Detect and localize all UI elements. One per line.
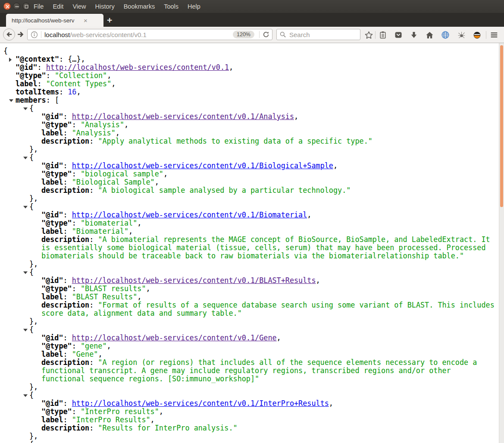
zoom-level-badge[interactable]: 120%	[233, 31, 254, 38]
json-string-value: "Gene"	[72, 350, 98, 358]
json-link[interactable]: http://localhost/web-services/content/v0…	[72, 399, 329, 408]
tab-bar: http://localhost/web-serv × +	[0, 13, 504, 27]
json-member-object: { "@id": http://localhost/web-services/c…	[0, 104, 499, 154]
json-key: "@id"	[16, 63, 38, 72]
json-colon: :	[89, 301, 98, 309]
json-link[interactable]: http://localhost/web-services/content/v0…	[72, 333, 277, 342]
close-icon	[5, 4, 10, 9]
menu-item-bookmarks[interactable]: Bookmarks	[124, 3, 155, 10]
back-button[interactable]	[3, 28, 15, 41]
menubar: FileEditViewHistoryBookmarksToolsHelp	[34, 0, 200, 13]
json-string-value: "BLAST Results"	[72, 292, 138, 301]
json-line: "@id": http://localhost/web-services/con…	[0, 276, 499, 285]
json-link[interactable]: http://localhost/web-services/content/v0…	[72, 112, 294, 121]
search-input[interactable]	[288, 31, 357, 39]
json-link[interactable]: http://localhost/web-services/content/v0…	[46, 63, 229, 72]
collapse-toggle-icon[interactable]	[23, 271, 28, 274]
json-string-value: "biomaterial"	[81, 219, 137, 227]
menu-item-file[interactable]: File	[34, 3, 44, 10]
search-box[interactable]	[276, 29, 360, 40]
json-comma: ,	[111, 79, 116, 88]
minimize-button[interactable]	[13, 3, 20, 10]
close-button[interactable]	[3, 3, 11, 10]
tab-close-icon[interactable]: ×	[84, 17, 88, 24]
maximize-icon	[24, 4, 29, 9]
url-bar[interactable]: localhost/web-services/content/v0.1 120%	[27, 29, 272, 40]
menu-item-view[interactable]: View	[72, 3, 86, 10]
collapse-toggle-icon[interactable]	[23, 107, 28, 110]
home-icon	[425, 31, 434, 40]
json-key: label	[41, 292, 63, 301]
scrollbar[interactable]	[499, 43, 504, 443]
json-line: description: "A biological sample analys…	[0, 186, 499, 195]
collapse-toggle-icon[interactable]	[23, 206, 28, 208]
json-comma: ,	[146, 284, 150, 293]
json-link[interactable]: http://localhost/web-services/content/v0…	[72, 276, 316, 285]
json-line: {	[0, 440, 499, 443]
json-line: label: "Biological Sample",	[0, 178, 499, 186]
json-link[interactable]: http://localhost/web-services/content/v0…	[72, 211, 307, 219]
forward-button[interactable]	[16, 30, 25, 39]
menu-item-tools[interactable]: Tools	[164, 3, 178, 10]
reading-list-button[interactable]	[378, 30, 388, 40]
json-line: description: "A region (or regions) that…	[0, 358, 499, 383]
collapse-toggle-icon[interactable]	[9, 57, 12, 62]
spider-icon	[457, 31, 466, 40]
json-comma: ,	[333, 161, 338, 170]
collapse-toggle-icon[interactable]	[23, 394, 28, 397]
json-key: "@type"	[41, 170, 72, 178]
home-button[interactable]	[424, 30, 435, 40]
json-colon: :	[63, 415, 72, 424]
json-line: {	[0, 47, 499, 55]
json-line: "@type": "biological sample",	[0, 170, 499, 178]
maximize-button[interactable]	[22, 3, 30, 10]
json-members-list: { "@id": http://localhost/web-services/c…	[0, 104, 499, 443]
menu-button[interactable]	[489, 30, 499, 40]
json-comma: ,	[163, 170, 168, 178]
url-path: /web-services/content/v0.1	[70, 31, 147, 38]
new-tab-button[interactable]: +	[107, 15, 112, 26]
json-colon: :	[89, 424, 98, 432]
json-colon: :	[59, 55, 68, 63]
json-colon: :	[89, 235, 98, 244]
bookmark-star-button[interactable]	[363, 30, 374, 40]
json-colon: :	[72, 284, 81, 293]
minimize-icon	[14, 4, 20, 9]
json-collapsed-object[interactable]: {…}	[68, 55, 81, 63]
navigation-toolbar: localhost/web-services/content/v0.1 120%	[0, 27, 504, 43]
collapse-toggle-icon[interactable]	[23, 157, 28, 159]
urlbar-separator	[41, 31, 41, 38]
json-colon: :	[46, 71, 55, 80]
collapse-toggle-icon[interactable]	[9, 99, 13, 102]
json-key: description	[41, 137, 89, 145]
info-icon[interactable]	[31, 31, 38, 38]
ball-addon-button[interactable]	[472, 30, 482, 40]
menu-item-history[interactable]: History	[95, 3, 115, 10]
collapse-toggle-icon[interactable]	[23, 329, 28, 331]
json-colon: :	[38, 63, 46, 72]
json-colon: :	[63, 292, 72, 301]
json-link[interactable]: http://localhost/web-services/content/v0…	[72, 161, 333, 170]
star-icon	[364, 31, 373, 40]
reload-icon[interactable]	[263, 31, 269, 38]
tab-active[interactable]: http://localhost/web-serv ×	[6, 14, 103, 27]
menu-item-edit[interactable]: Edit	[53, 3, 63, 10]
pocket-button[interactable]	[393, 30, 404, 40]
json-line: "@id": http://localhost/web-services/con…	[0, 162, 499, 170]
json-comma: ,	[107, 342, 111, 350]
downloads-button[interactable]	[409, 30, 419, 40]
json-key: label	[41, 350, 63, 358]
menu-item-help[interactable]: Help	[188, 3, 200, 10]
json-line: "@id": http://localhost/web-services/con…	[0, 211, 499, 219]
json-string-value: "InterPro results"	[81, 407, 159, 416]
json-brace: },	[29, 383, 38, 391]
json-comma: ,	[81, 55, 85, 63]
globe-addon-button[interactable]	[440, 30, 451, 40]
scrollbar-thumb[interactable]	[500, 45, 503, 207]
json-string-value: "Analysis"	[81, 120, 124, 129]
spider-addon-button[interactable]	[456, 30, 466, 40]
json-key: "@type"	[16, 71, 46, 80]
json-comma: ,	[128, 227, 133, 236]
toolbar-separator	[486, 31, 486, 39]
json-line: label: "Biomaterial",	[0, 227, 499, 236]
